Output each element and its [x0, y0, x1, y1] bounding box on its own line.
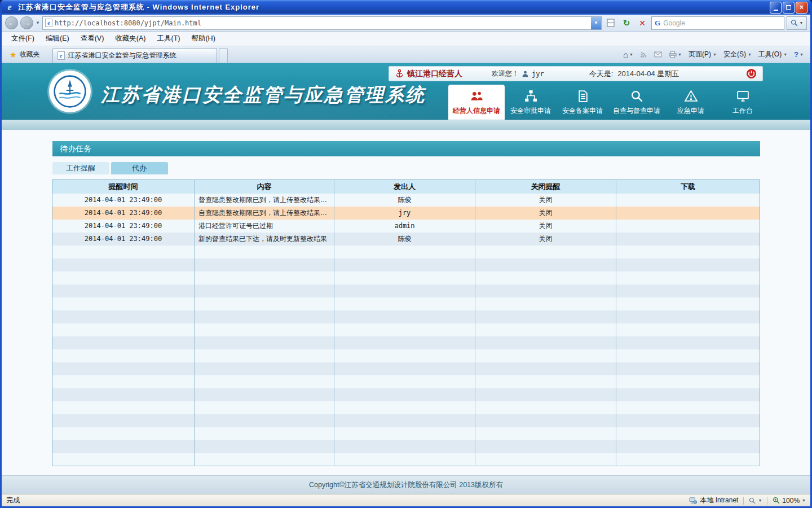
feeds-button[interactable] — [640, 51, 647, 58]
forward-button[interactable]: → — [20, 16, 33, 29]
close-button[interactable]: × — [796, 2, 807, 14]
search-input[interactable] — [663, 19, 781, 27]
empty-row — [52, 453, 760, 466]
system-title: 江苏省港口安全监管与应急管理系统 — [101, 82, 426, 108]
tab-title: 江苏省港口安全监管与应急管理系统 — [68, 51, 176, 60]
command-button[interactable]: 安全(S)▼ — [723, 50, 752, 59]
close-reminder-link[interactable]: 关闭 — [539, 235, 553, 243]
table-header-row: 提醒时间内容发出人关闭提醒下载 — [52, 180, 760, 194]
menu-item[interactable]: 编辑(E) — [41, 32, 74, 45]
empty-row — [52, 414, 760, 427]
empty-row — [52, 375, 760, 388]
divider — [767, 497, 767, 505]
favorites-bar: ★ 收藏夹 e 江苏省港口安全监管与应急管理系统 ⌂▼ ▼ 页面(P)▼安全(S… — [2, 46, 810, 63]
todo-tab-0[interactable]: 工作提醒 — [52, 162, 109, 174]
minimize-button[interactable] — [770, 2, 782, 14]
tab-favicon: e — [58, 51, 65, 60]
page-viewport: 江苏省港口安全监管与应急管理系统 镇江港口经营人 欢迎您！ jyr 今天是: 2… — [2, 63, 810, 494]
cell-close: 关闭 — [475, 194, 616, 207]
empty-row — [52, 259, 760, 271]
people-icon — [470, 89, 484, 103]
browser-tab[interactable]: e 江苏省港口安全监管与应急管理系统 — [52, 48, 217, 63]
cell-close: 关闭 — [475, 233, 616, 246]
nav-item-5[interactable]: 工作台 — [717, 88, 769, 120]
magnifier-icon — [749, 497, 756, 504]
favorites-button[interactable]: ★ 收藏夹 — [5, 48, 45, 61]
home-button[interactable]: ⌂▼ — [623, 50, 633, 59]
status-bar: 完成 本地 Intranet ▼ 100% ▼ — [2, 494, 810, 506]
main-content: 待办任务 工作提醒代办 提醒时间内容发出人关闭提醒下载 2014-04-01 2… — [2, 130, 810, 466]
column-header: 内容 — [195, 180, 334, 194]
search-box[interactable]: G — [651, 16, 784, 30]
nav-item-4[interactable]: 应急申请 — [665, 88, 717, 120]
table-row[interactable]: 2014-04-01 23:49:00督查隐患整改期限已到，请上传整改结果…陈俊… — [52, 194, 760, 207]
window-title: 江苏省港口安全监管与应急管理系统 - Windows Internet Expl… — [18, 2, 766, 12]
chevron-down-icon: ▼ — [802, 498, 806, 502]
new-tab-button[interactable] — [219, 48, 228, 63]
role-badge: 镇江港口经营人 — [395, 69, 462, 79]
protected-mode-button[interactable]: ▼ — [749, 497, 762, 504]
menu-item[interactable]: 帮助(H) — [186, 32, 220, 45]
zoom-control[interactable]: 100% ▼ — [773, 497, 806, 505]
history-dropdown-icon[interactable]: ▼ — [36, 20, 40, 25]
user-icon — [522, 70, 529, 77]
refresh-button[interactable]: ↻ — [620, 16, 633, 30]
nav-item-3[interactable]: 自查与督查申请 — [608, 88, 665, 120]
menu-item[interactable]: 收藏夹(A) — [110, 32, 151, 45]
zoom-value: 100% — [782, 497, 800, 505]
date-group: 今天是: 2014-04-04 星期五 — [589, 69, 679, 79]
section-title: 待办任务 — [52, 141, 760, 156]
home-icon: ⌂ — [623, 50, 628, 59]
stop-button[interactable]: ✕ — [636, 16, 649, 30]
address-field[interactable]: e ▼ — [42, 16, 602, 30]
logout-button[interactable] — [746, 68, 757, 79]
cell-content: 新的督查结果已下达，请及时更新整改结果 — [195, 233, 334, 246]
menu-bar: 文件(F)编辑(E)查看(V)收藏夹(A)工具(T)帮助(H) — [2, 32, 810, 46]
favorites-label: 收藏夹 — [20, 50, 40, 59]
refresh-icon: ↻ — [623, 18, 630, 28]
empty-row — [52, 440, 760, 453]
cell-download — [616, 207, 760, 220]
search-button[interactable]: ▼ — [787, 16, 807, 30]
todo-tab-1[interactable]: 代办 — [111, 162, 168, 174]
compatibility-view-button[interactable] — [604, 16, 617, 30]
menu-item[interactable]: 工具(T) — [152, 32, 185, 45]
chevron-down-icon: ▼ — [800, 52, 804, 56]
command-button[interactable]: 页面(P)▼ — [689, 50, 717, 59]
table-row[interactable]: 2014-04-01 23:49:00港口经营许可证号已过期admin关闭 — [52, 220, 760, 233]
nav-item-0[interactable]: 经营人信息申请 — [448, 85, 505, 120]
chevron-down-icon: ▼ — [748, 52, 752, 56]
maximize-button[interactable] — [783, 2, 795, 14]
column-header: 发出人 — [334, 180, 475, 194]
table-row[interactable]: 2014-04-01 23:49:00新的督查结果已下达，请及时更新整改结果陈俊… — [52, 233, 760, 246]
status-text: 完成 — [6, 496, 20, 505]
cell-download — [616, 220, 760, 233]
table-row[interactable]: 2014-04-01 23:49:00自查隐患整改期限已到，请上传整改结果…jr… — [52, 207, 760, 220]
close-reminder-link[interactable]: 关闭 — [539, 222, 553, 230]
empty-row — [52, 297, 760, 310]
empty-row — [52, 336, 760, 349]
mail-icon — [654, 51, 662, 58]
copyright-text: Copyright©江苏省交通规划设计院股份有限公司 2013版权所有 — [309, 480, 503, 490]
nav-item-2[interactable]: 安全备案申请 — [557, 88, 608, 120]
cell-sender: 陈俊 — [334, 233, 475, 246]
welcome-label: 欢迎您！ — [492, 69, 519, 78]
help-button[interactable]: ?▼ — [794, 50, 804, 59]
menu-item[interactable]: 文件(F) — [6, 32, 39, 45]
command-button[interactable]: 工具(O)▼ — [758, 50, 787, 59]
close-reminder-link[interactable]: 关闭 — [539, 196, 553, 204]
close-reminder-link[interactable]: 关闭 — [539, 209, 553, 217]
url-input[interactable] — [55, 19, 589, 27]
cell-download — [616, 233, 760, 246]
ie-icon: e — [5, 2, 15, 12]
intranet-icon — [689, 497, 697, 504]
menu-item[interactable]: 查看(V) — [76, 32, 109, 45]
back-button[interactable]: ← — [5, 16, 18, 29]
page-icon: e — [45, 19, 52, 27]
read-mail-button[interactable] — [654, 51, 662, 58]
nav-item-1[interactable]: 安全审批申请 — [505, 88, 557, 120]
date-value: 2014-04-04 星期五 — [617, 69, 679, 79]
welcome-group: 欢迎您！ jyr — [492, 69, 544, 78]
print-button[interactable]: ▼ — [669, 51, 682, 58]
address-dropdown-icon[interactable]: ▼ — [591, 17, 601, 29]
